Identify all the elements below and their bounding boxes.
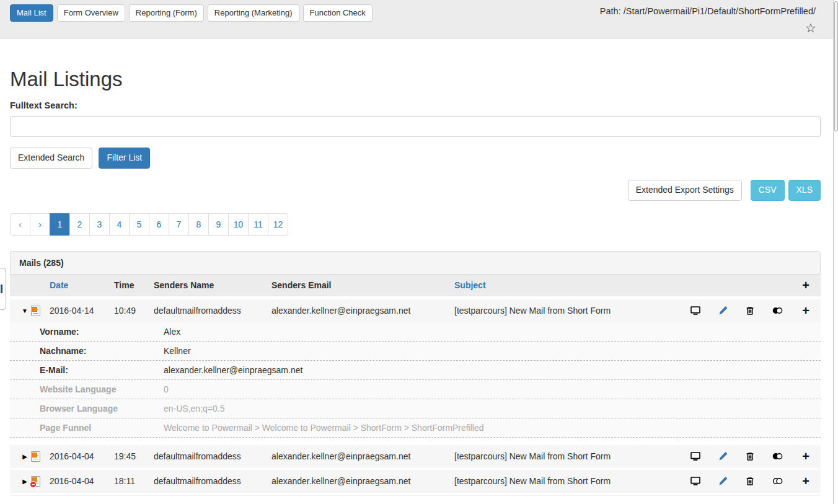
detail-row-vorname: Vorname:Alex — [10, 322, 821, 342]
mails-panel: Mails (285) Date Time Senders Name Sende… — [10, 251, 821, 496]
detail-label: E-Mail: — [40, 365, 164, 375]
mail-record-icon — [31, 306, 40, 316]
tab-form-overview[interactable]: Form Overview — [57, 4, 125, 22]
add-icon[interactable]: + — [791, 304, 821, 317]
detail-label: Page Funnel — [40, 423, 164, 433]
bookmark-star-icon[interactable]: ☆ — [805, 22, 816, 34]
pagination-prev[interactable]: ‹ — [10, 213, 30, 236]
filter-list-button[interactable]: Filter List — [99, 148, 150, 169]
page-title: Mail Listings — [10, 68, 821, 91]
panel-title: Mails (285) — [10, 251, 821, 275]
mail-record-icon — [31, 476, 40, 487]
pagination-page-11[interactable]: 11 — [248, 213, 268, 236]
scrollbar[interactable] — [833, 0, 838, 504]
next-row-peek — [10, 493, 821, 496]
add-icon[interactable]: + — [791, 475, 821, 487]
detail-value: en-US,en;q=0.5 — [164, 404, 821, 413]
module-topbar: Mail ListForm OverviewReporting (Form)Re… — [0, 0, 833, 38]
toggle-visibility-icon[interactable] — [764, 306, 791, 316]
detail-value: 0 — [164, 384, 821, 394]
pagination-page-3[interactable]: 3 — [89, 213, 110, 236]
xls-export-button[interactable]: XLS — [788, 180, 821, 201]
pagination-page-9[interactable]: 9 — [208, 213, 229, 236]
scrollbar-thumb[interactable] — [834, 1, 838, 131]
detail-label: Nachname: — [40, 346, 164, 356]
add-column-icon[interactable]: + — [791, 278, 821, 293]
delete-icon[interactable] — [736, 476, 764, 486]
mail-time: 10:49 — [114, 306, 154, 316]
pagination-page-1[interactable]: 1 — [50, 213, 70, 236]
detail-value: alexander.kellner@einpraegsam.net — [164, 365, 821, 375]
detail-value: Alex — [164, 327, 821, 337]
tab-function-check[interactable]: Function Check — [303, 4, 373, 22]
table-row: ▶2016-04-0419:45defaultmailfromaddessale… — [10, 443, 821, 468]
table-row: ▶2016-04-0418:11defaultmailfromaddessale… — [10, 468, 821, 493]
table-row: ▼2016-04-1410:49defaultmailfromaddessale… — [10, 298, 821, 322]
mail-record-icon — [31, 451, 40, 462]
tab-mail-list[interactable]: Mail List — [10, 4, 53, 22]
display-icon[interactable] — [682, 476, 709, 486]
column-header-senders-name: Senders Name — [154, 280, 271, 290]
pagination-page-8[interactable]: 8 — [188, 213, 209, 236]
column-header-subject[interactable]: Subject — [454, 280, 682, 290]
mail-subject: [testparcours] New Mail from Short Form — [454, 451, 682, 461]
table-header-row: Date Time Senders Name Senders Email Sub… — [10, 275, 821, 298]
mail-table-body: ▼2016-04-1410:49defaultmailfromaddessale… — [10, 298, 821, 493]
extended-export-settings-button[interactable]: Extended Export Settings — [628, 180, 742, 201]
detail-value: Welcome to Powermail > Welcome to Powerm… — [164, 423, 821, 433]
search-actions: Extended Search Filter List — [10, 148, 821, 169]
detail-label: Website Language — [40, 384, 164, 394]
pagetree-collapse-handle[interactable] — [0, 268, 6, 310]
mail-sender-email: alexander.kellner@einpraegsam.net — [271, 476, 454, 486]
mail-date: 2016-04-14 — [50, 306, 114, 316]
detail-value: Kellner — [164, 346, 821, 356]
column-header-date[interactable]: Date — [50, 280, 114, 290]
tab-reporting-marketing[interactable]: Reporting (Marketing) — [208, 4, 299, 22]
expand-caret-icon[interactable]: ▶ — [19, 478, 31, 485]
display-icon[interactable] — [682, 451, 709, 461]
detail-row-page-funnel: Page FunnelWelcome to Powermail > Welcom… — [10, 418, 821, 438]
pagination-page-4[interactable]: 4 — [109, 213, 130, 236]
pagination-page-5[interactable]: 5 — [129, 213, 149, 236]
main-content: Mail Listings Fulltext Search: Extended … — [0, 68, 838, 496]
mail-subject: [testparcours] New Mail from Short Form — [454, 306, 682, 316]
mail-sender-email: alexander.kellner@einpraegsam.net — [271, 306, 454, 316]
fulltext-search-input[interactable] — [10, 116, 821, 137]
mail-time: 19:45 — [114, 451, 154, 461]
edit-icon[interactable] — [709, 476, 736, 486]
toggle-visibility-icon[interactable] — [764, 451, 791, 461]
pagination-page-2[interactable]: 2 — [69, 213, 90, 236]
collapse-caret-icon[interactable]: ▼ — [19, 307, 31, 314]
mail-detail-block: Vorname:AlexNachname:KellnerE-Mail:alexa… — [10, 322, 821, 438]
breadcrumb-path: Path: /Start/Powermail/Pi1/Default/Short… — [600, 6, 816, 16]
detail-label: Browser Language — [40, 404, 164, 413]
display-icon[interactable] — [682, 306, 709, 316]
column-header-time: Time — [114, 280, 154, 290]
pagination: ‹›123456789101112 — [10, 213, 288, 236]
detail-row-website-language: Website Language0 — [10, 380, 821, 399]
pagination-page-6[interactable]: 6 — [149, 213, 169, 236]
mail-subject: [testparcours] New Mail from Short Form — [454, 476, 682, 486]
pagination-page-10[interactable]: 10 — [228, 213, 249, 236]
pagination-page-7[interactable]: 7 — [169, 213, 189, 236]
detail-row-e-mail: E-Mail:alexander.kellner@einpraegsam.net — [10, 361, 821, 380]
add-icon[interactable]: + — [791, 450, 821, 462]
edit-icon[interactable] — [709, 306, 736, 316]
delete-icon[interactable] — [736, 306, 764, 316]
edit-icon[interactable] — [709, 451, 736, 461]
mail-sender-name: defaultmailfromaddess — [154, 306, 271, 316]
hidden-badge-icon — [30, 481, 37, 488]
pagination-next[interactable]: › — [30, 213, 50, 236]
mail-date: 2016-04-04 — [50, 476, 114, 486]
detail-row-browser-language: Browser Languageen-US,en;q=0.5 — [10, 399, 821, 418]
mail-time: 18:11 — [114, 476, 154, 486]
delete-icon[interactable] — [736, 451, 764, 461]
csv-export-button[interactable]: CSV — [751, 180, 785, 201]
pagination-page-12[interactable]: 12 — [268, 213, 288, 236]
mail-sender-name: defaultmailfromaddess — [154, 451, 271, 461]
extended-search-button[interactable]: Extended Search — [10, 148, 92, 169]
expand-caret-icon[interactable]: ▶ — [19, 453, 31, 460]
toggle-visibility-icon[interactable] — [764, 476, 791, 486]
tab-reporting-form[interactable]: Reporting (Form) — [129, 4, 204, 22]
detail-label: Vorname: — [40, 327, 164, 337]
